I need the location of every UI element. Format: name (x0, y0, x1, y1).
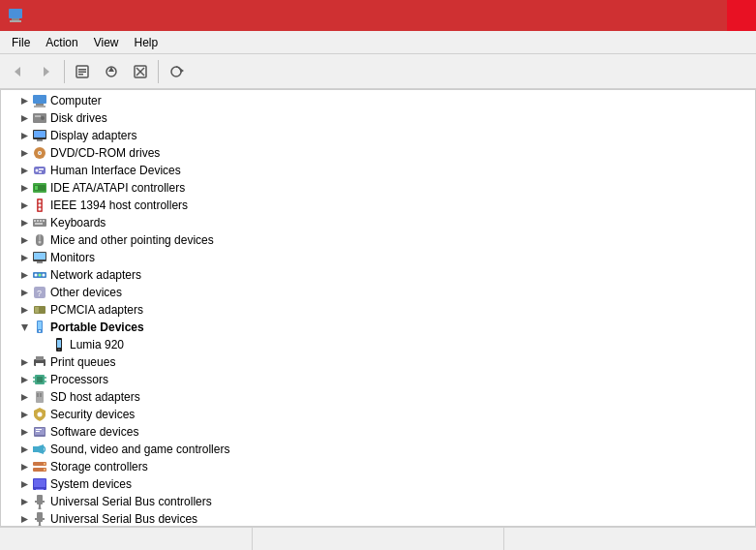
expand-icon-dvd-rom[interactable] (16, 145, 32, 161)
expand-icon-portable[interactable] (16, 320, 32, 335)
processor-icon (32, 372, 47, 387)
expand-icon-sound[interactable] (16, 442, 32, 457)
expand-icon-hid[interactable] (16, 163, 32, 178)
expand-icon-usb-dev[interactable] (16, 511, 32, 527)
expand-icon-usb[interactable] (16, 494, 32, 509)
menu-file[interactable]: File (4, 34, 38, 51)
svg-rect-22 (35, 115, 41, 117)
expand-icon-sd[interactable] (16, 389, 32, 405)
svg-rect-111 (34, 479, 45, 487)
tree-item-software[interactable]: Software devices (1, 423, 755, 441)
expand-icon-other[interactable] (16, 285, 32, 300)
tree-item-other[interactable]: ?Other devices (1, 284, 755, 301)
svg-rect-120 (37, 512, 43, 522)
tree-item-monitors[interactable]: Monitors (1, 249, 755, 266)
svg-rect-6 (78, 69, 86, 71)
sound-icon (32, 442, 47, 457)
expand-icon-keyboards[interactable] (16, 215, 32, 230)
svg-rect-92 (37, 393, 39, 397)
expand-icon-pcmcia[interactable] (16, 302, 32, 318)
tree-label-usb: Universal Serial Bus controllers (50, 495, 212, 508)
tree-item-mice[interactable]: Mice and other pointing devices (1, 231, 755, 249)
tree-item-ieee1394[interactable]: IEEE 1394 host controllers (1, 197, 755, 214)
tree-item-sound[interactable]: Sound, video and game controllers (1, 441, 755, 458)
update-driver-button[interactable] (98, 58, 125, 85)
tree-item-print[interactable]: Print queues (1, 353, 755, 371)
svg-rect-100 (36, 431, 40, 432)
back-button[interactable] (4, 58, 31, 85)
tree-label-computer: Computer (50, 94, 102, 107)
svg-rect-71 (35, 307, 39, 313)
svg-point-45 (39, 208, 42, 211)
status-panel-1 (0, 528, 253, 550)
expand-icon-mice[interactable] (16, 232, 32, 248)
expand-icon-processors[interactable] (16, 372, 32, 387)
ieee-icon (32, 198, 47, 213)
svg-rect-35 (39, 168, 44, 170)
tree-item-processors[interactable]: Processors (1, 371, 755, 388)
expand-icon-monitors[interactable] (16, 250, 32, 265)
expand-icon-ieee1394[interactable] (16, 198, 32, 213)
expand-icon-display-adapters[interactable] (16, 128, 32, 143)
expand-icon-software[interactable] (16, 424, 32, 440)
expand-icon-security[interactable] (16, 407, 32, 422)
minimize-button[interactable] (669, 0, 698, 31)
tree-item-usb-dev[interactable]: Universal Serial Bus devices (1, 510, 755, 527)
tree-item-dvd-rom[interactable]: DVD/CD-ROM drives (1, 144, 755, 162)
tree-item-display-adapters[interactable]: Display adapters (1, 127, 755, 144)
disk-icon (32, 110, 47, 126)
expand-icon-print[interactable] (16, 354, 32, 370)
tree-item-pcmcia[interactable]: PCMCIA adapters (1, 301, 755, 319)
tree-item-storage[interactable]: Storage controllers (1, 458, 755, 475)
svg-rect-7 (78, 71, 86, 73)
scan-button[interactable] (163, 58, 190, 85)
tree-item-hid[interactable]: Human Interface Devices (1, 162, 755, 179)
expand-icon-network[interactable] (16, 267, 32, 283)
svg-rect-0 (9, 9, 22, 18)
tree-label-lumia: Lumia 920 (70, 338, 124, 351)
menu-help[interactable]: Help (127, 34, 166, 51)
mouse-icon (32, 232, 47, 248)
app-icon (8, 8, 23, 23)
tree-item-keyboards[interactable]: Keyboards (1, 214, 755, 231)
svg-marker-79 (21, 359, 28, 366)
close-button[interactable] (727, 0, 756, 31)
properties-button[interactable] (69, 58, 96, 85)
expand-icon-system[interactable] (16, 476, 32, 492)
expand-icon-storage[interactable] (16, 459, 32, 474)
sd-icon (32, 389, 47, 405)
menu-view[interactable]: View (86, 34, 127, 51)
tree-item-security[interactable]: Security devices (1, 406, 755, 423)
uninstall-button[interactable] (127, 58, 154, 85)
maximize-button[interactable] (698, 0, 727, 31)
svg-rect-81 (36, 356, 44, 360)
svg-marker-32 (21, 168, 28, 174)
tree-item-disk-drives[interactable]: Disk drives (1, 109, 755, 127)
tree-label-sound: Sound, video and game controllers (50, 443, 229, 456)
tree-label-storage: Storage controllers (50, 460, 148, 474)
expand-icon-ide[interactable] (16, 180, 32, 196)
tree-item-portable[interactable]: Portable Devices (1, 319, 755, 336)
tree-item-sd[interactable]: SD host adapters (1, 388, 755, 406)
svg-marker-57 (21, 255, 28, 261)
svg-text:?: ? (37, 289, 42, 298)
display-icon (32, 128, 47, 143)
tree-label-print: Print queues (50, 355, 115, 369)
svg-rect-93 (40, 393, 42, 397)
menu-action[interactable]: Action (38, 34, 85, 51)
tree-item-usb[interactable]: Universal Serial Bus controllers (1, 493, 755, 510)
svg-point-64 (39, 274, 42, 277)
tree-item-system[interactable]: System devices (1, 475, 755, 493)
device-tree[interactable]: ComputerDisk drivesDisplay adaptersDVD/C… (0, 89, 756, 527)
tree-label-sd: SD host adapters (50, 390, 140, 404)
forward-button[interactable] (33, 58, 60, 85)
tree-item-computer[interactable]: Computer (1, 92, 755, 109)
expand-icon-disk-drives[interactable] (16, 110, 32, 126)
tree-item-lumia[interactable]: Lumia 920 (1, 336, 755, 353)
tree-item-ide[interactable]: IDE ATA/ATAPI controllers (1, 179, 755, 197)
svg-marker-104 (21, 464, 28, 471)
svg-point-43 (39, 200, 42, 203)
expand-icon-computer[interactable] (16, 93, 32, 108)
tree-item-network[interactable]: Network adapters (1, 266, 755, 284)
svg-marker-41 (21, 202, 28, 209)
